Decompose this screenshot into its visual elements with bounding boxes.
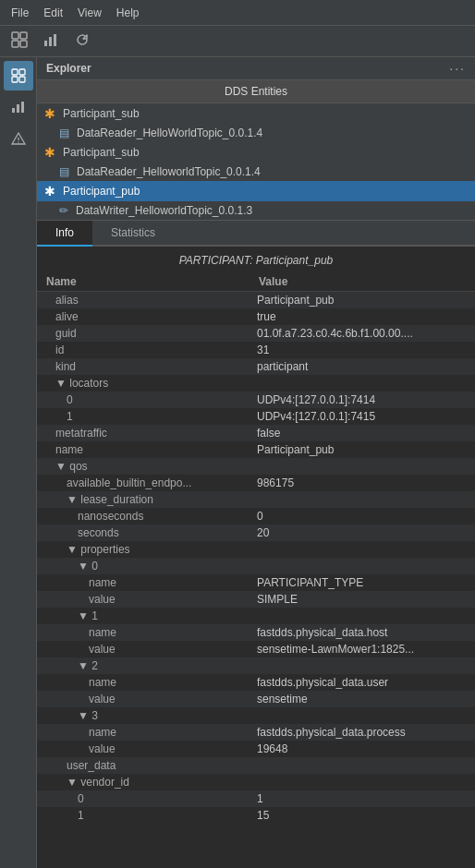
col-value-header: Value [250, 272, 475, 292]
main-layout: Explorer ··· DDS Entities ✱ Participant_… [0, 57, 475, 868]
table-row: valuesensetime-LawnMower1:1825... [37, 641, 475, 657]
table-row: 1UDPv4:[127.0.0.1]:7415 [37, 408, 475, 425]
table-row: guid01.0f.a7.23.c0.4c.6b.f1.00.00.... [37, 325, 475, 342]
table-value: 01.0f.a7.23.c0.4c.6b.f1.00.00.... [250, 325, 475, 342]
table-value: Participant_pub [250, 441, 475, 458]
table-key: id [37, 342, 250, 358]
svg-rect-12 [17, 104, 19, 113]
table-row: metatrafficfalse [37, 425, 475, 441]
table-row: ▼ vendor_id [37, 774, 475, 790]
table-row: ▼ lease_duration [37, 491, 475, 508]
table-row: 0UDPv4:[127.0.0.1]:7414 [37, 392, 475, 408]
sidebar-icon-warning[interactable] [4, 124, 33, 153]
table-value: Participant_pub [250, 292, 475, 309]
participant-icon-2: ✱ [44, 145, 55, 160]
table-value: sensetime-LawnMower1:1825... [250, 641, 475, 657]
tree-item-participant-sub-1[interactable]: ✱ Participant_sub [37, 103, 475, 124]
table-value: PARTICIPANT_TYPE [250, 574, 475, 591]
participant-icon-3: ✱ [44, 184, 55, 199]
table-key: ▼ 2 [37, 657, 250, 674]
table-key: ▼ 0 [37, 558, 250, 574]
tree-item-label: Participant_pub [63, 185, 140, 198]
table-key: 0 [37, 790, 250, 807]
svg-rect-10 [19, 77, 25, 82]
table-value: UDPv4:[127.0.0.1]:7415 [250, 408, 475, 425]
sidebar-icon-grid[interactable] [4, 61, 33, 90]
svg-rect-0 [12, 32, 18, 39]
sidebar-icons [0, 57, 37, 868]
tree-item-label: DataWriter_HelloworldTopic_0.0.1.3 [76, 204, 252, 217]
explorer-title: Explorer [46, 62, 91, 75]
table-key: ▼ locators [37, 375, 250, 392]
grid-icon-button[interactable] [6, 29, 33, 54]
svg-rect-3 [20, 41, 27, 47]
table-key: 0 [37, 392, 250, 408]
table-key: ▼ 3 [37, 707, 250, 724]
svg-rect-6 [54, 34, 56, 46]
table-row: namefastdds.physical_data.process [37, 724, 475, 741]
refresh-icon-button[interactable] [68, 29, 96, 54]
tree-item-label: Participant_sub [63, 146, 140, 159]
table-row: ▼ 3 [37, 707, 475, 724]
table-value: false [250, 425, 475, 441]
svg-rect-5 [49, 37, 52, 46]
tab-statistics[interactable]: Statistics [92, 221, 174, 245]
table-value: fastdds.physical_data.process [250, 724, 475, 741]
table-row: ▼ 2 [37, 657, 475, 674]
tree-item-participant-sub-2[interactable]: ✱ Participant_sub [37, 142, 475, 163]
explorer-menu-button[interactable]: ··· [449, 61, 466, 76]
table-row: value19648 [37, 741, 475, 757]
table-value [250, 707, 475, 724]
menu-file[interactable]: File [4, 5, 36, 21]
tree-item-datareader-2[interactable]: ▤ DataReader_HelloworldTopic_0.0.1.4 [37, 163, 475, 181]
svg-rect-9 [12, 77, 18, 82]
table-key: ▼ 1 [37, 608, 250, 624]
reader-icon-2: ▤ [59, 165, 69, 178]
table-key: alias [37, 292, 250, 309]
table-key: ▼ lease_duration [37, 491, 250, 508]
menu-view[interactable]: View [70, 5, 109, 21]
table-value: sensetime [250, 691, 475, 707]
table-key: alive [37, 308, 250, 325]
tree-item-label: DataReader_HelloworldTopic_0.0.1.4 [77, 165, 261, 178]
table-key: value [37, 691, 250, 707]
explorer-panel: Explorer ··· DDS Entities ✱ Participant_… [37, 57, 475, 221]
table-key: value [37, 591, 250, 608]
table-key: guid [37, 325, 250, 342]
sidebar-icon-chart[interactable] [4, 92, 33, 122]
table-key: nanoseconds [37, 508, 250, 524]
table-key: name [37, 724, 250, 741]
table-key: name [37, 624, 250, 641]
table-key: value [37, 741, 250, 757]
chart-icon-button[interactable] [37, 29, 65, 54]
svg-rect-8 [19, 69, 25, 75]
tree-item-datawriter-1[interactable]: ✏ DataWriter_HelloworldTopic_0.0.1.3 [37, 201, 475, 220]
table-row: user_data [37, 757, 475, 774]
table-key: name [37, 441, 250, 458]
tree-item-participant-pub[interactable]: ✱ Participant_pub [37, 181, 475, 201]
svg-rect-13 [21, 102, 24, 113]
table-key: 1 [37, 408, 250, 425]
menu-help[interactable]: Help [109, 5, 147, 21]
table-row: kindparticipant [37, 358, 475, 375]
tabs-bar: Info Statistics [37, 221, 475, 247]
table-key: 1 [37, 807, 250, 824]
menu-edit[interactable]: Edit [36, 5, 70, 21]
tree-item-datareader-1[interactable]: ▤ DataReader_HelloWorldTopic_0.0.1.4 [37, 124, 475, 142]
table-row: 115 [37, 807, 475, 824]
svg-rect-4 [44, 41, 47, 46]
table-row: namePARTICIPANT_TYPE [37, 574, 475, 591]
table-value [250, 558, 475, 574]
table-row: 01 [37, 790, 475, 807]
table-value: 19648 [250, 741, 475, 757]
table-value: 0 [250, 508, 475, 524]
tab-info[interactable]: Info [37, 221, 92, 247]
table-row: valuesensetime [37, 691, 475, 707]
table-row: available_builtin_endpo...986175 [37, 475, 475, 491]
writer-icon-1: ✏ [59, 204, 68, 217]
table-value: UDPv4:[127.0.0.1]:7414 [250, 392, 475, 408]
info-table: Name Value aliasParticipant_pubalivetrue… [37, 272, 475, 824]
table-row: nanoseconds0 [37, 508, 475, 524]
svg-rect-11 [12, 108, 15, 113]
table-key: ▼ qos [37, 458, 250, 475]
